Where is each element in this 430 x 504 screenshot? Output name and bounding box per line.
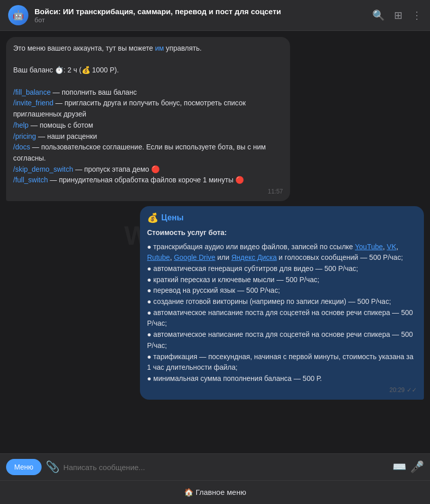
search-icon[interactable]: 🔍 [372, 9, 385, 21]
menu-button[interactable]: Меню [6, 459, 42, 475]
cmd-invite-friend[interactable]: /invite_friend [13, 99, 53, 107]
chat-header: 🤖 Войси: ИИ транскрибация, саммари, пере… [0, 0, 430, 31]
cmd-docs[interactable]: /docs [13, 143, 30, 151]
input-area: Меню 📎 ⌨️ 🎤 [0, 453, 430, 480]
microphone-icon[interactable]: 🎤 [410, 460, 424, 474]
double-check-icon: ✓✓ [407, 386, 417, 394]
attach-icon[interactable]: 📎 [46, 460, 59, 474]
layout-icon[interactable]: ⊞ [394, 9, 403, 21]
outgoing-bubble: 💰 Цены Стоимость услуг бота: ● транскриб… [140, 206, 424, 400]
chat-subtitle: бот [34, 16, 366, 24]
cmd-pricing[interactable]: /pricing [13, 132, 36, 140]
outgoing-time-label: 20:29 [389, 386, 405, 394]
cmd-skip-demo[interactable]: /skip_demo_switch [13, 165, 73, 173]
message-input[interactable] [63, 463, 388, 472]
avatar: 🤖 [8, 5, 28, 25]
incoming-time: 11:57 [13, 188, 283, 195]
header-info: Войси: ИИ транскрибация, саммари, перево… [34, 7, 366, 24]
bottom-menu-label: 🏠 Главное меню [184, 488, 246, 496]
chat-title: Войси: ИИ транскрибация, саммари, перево… [34, 7, 366, 17]
header-actions: 🔍 ⊞ ⋮ [372, 9, 422, 21]
incoming-bubble: Это меню вашего аккаунта, тут вы можете … [6, 37, 290, 201]
cmd-help[interactable]: /help [13, 121, 28, 129]
outgoing-text: Стоимость услуг бота: ● транскрибация ау… [147, 227, 417, 384]
bottom-menu-bar[interactable]: 🏠 Главное меню [0, 480, 430, 504]
cmd-full-switch[interactable]: /full_switch [13, 176, 48, 184]
outgoing-title: Цены [161, 213, 184, 222]
outgoing-time-row: 20:29 ✓✓ [147, 386, 417, 394]
cmd-fill-balance[interactable]: /fill_balance [13, 88, 51, 96]
more-icon[interactable]: ⋮ [412, 9, 422, 21]
chat-area: WATERMARK ODITURK Это меню вашего аккаун… [0, 31, 430, 453]
incoming-text: Это меню вашего аккаунта, тут вы можете … [13, 43, 283, 186]
outgoing-emoji: 💰 [147, 212, 158, 223]
outgoing-header: 💰 Цены [147, 212, 417, 223]
emoji-keyboard-icon[interactable]: ⌨️ [392, 460, 406, 474]
